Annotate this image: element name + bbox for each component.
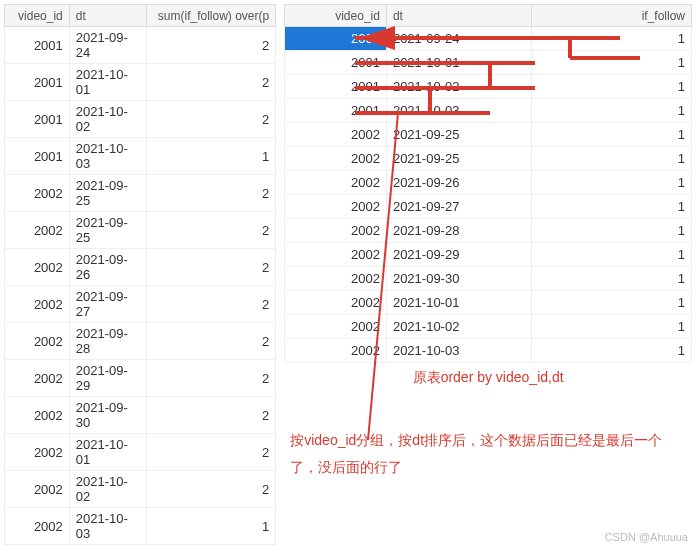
cell-video-id[interactable]: 2002 (5, 175, 70, 212)
table-row[interactable]: 20022021-09-291 (285, 243, 692, 267)
table-row[interactable]: 20012021-10-012 (5, 64, 276, 101)
cell-dt[interactable]: 2021-10-02 (386, 75, 531, 99)
table-row[interactable]: 20022021-09-292 (5, 360, 276, 397)
table-row[interactable]: 20012021-10-021 (285, 75, 692, 99)
cell-val[interactable]: 1 (532, 171, 692, 195)
table-row[interactable]: 20022021-10-021 (285, 315, 692, 339)
cell-val[interactable]: 1 (532, 51, 692, 75)
cell-dt[interactable]: 2021-09-26 (69, 249, 146, 286)
table-row[interactable]: 20022021-09-282 (5, 323, 276, 360)
cell-dt[interactable]: 2021-10-01 (69, 434, 146, 471)
cell-val[interactable]: 2 (147, 323, 276, 360)
cell-video-id[interactable]: 2002 (5, 249, 70, 286)
col-header-dt-r[interactable]: dt (386, 5, 531, 27)
cell-val[interactable]: 1 (532, 75, 692, 99)
cell-video-id[interactable]: 2002 (5, 434, 70, 471)
cell-video-id[interactable]: 2001 (285, 99, 387, 123)
cell-dt[interactable]: 2021-09-24 (69, 27, 146, 64)
cell-val[interactable]: 1 (532, 243, 692, 267)
cell-val[interactable]: 2 (147, 397, 276, 434)
table-row[interactable]: 20022021-09-262 (5, 249, 276, 286)
cell-val[interactable]: 1 (532, 123, 692, 147)
cell-dt[interactable]: 2021-10-02 (69, 101, 146, 138)
table-row[interactable]: 20022021-09-271 (285, 195, 692, 219)
col-header-video-id-r[interactable]: video_id (285, 5, 387, 27)
cell-dt[interactable]: 2021-10-01 (386, 291, 531, 315)
cell-dt[interactable]: 2021-09-24 (386, 27, 531, 51)
cell-video-id[interactable]: 2002 (285, 123, 387, 147)
cell-dt[interactable]: 2021-09-28 (386, 219, 531, 243)
cell-val[interactable]: 2 (147, 249, 276, 286)
cell-dt[interactable]: 2021-10-03 (69, 138, 146, 175)
cell-val[interactable]: 2 (147, 175, 276, 212)
cell-video-id[interactable]: 2002 (285, 195, 387, 219)
cell-dt[interactable]: 2021-10-02 (386, 315, 531, 339)
col-header-video-id[interactable]: video_id (5, 5, 70, 27)
table-row[interactable]: 20012021-10-031 (5, 138, 276, 175)
table-row[interactable]: 20022021-09-252 (5, 212, 276, 249)
cell-dt[interactable]: 2021-09-26 (386, 171, 531, 195)
col-header-dt[interactable]: dt (69, 5, 146, 27)
table-row[interactable]: 20022021-09-251 (285, 147, 692, 171)
cell-dt[interactable]: 2021-10-03 (386, 99, 531, 123)
cell-val[interactable]: 1 (532, 315, 692, 339)
cell-val[interactable]: 1 (532, 267, 692, 291)
cell-video-id[interactable]: 2001 (5, 27, 70, 64)
table-row[interactable]: 20022021-09-301 (285, 267, 692, 291)
table-row[interactable]: 20022021-10-011 (285, 291, 692, 315)
cell-video-id[interactable]: 2002 (5, 508, 70, 545)
cell-video-id[interactable]: 2002 (5, 360, 70, 397)
cell-dt[interactable]: 2021-09-29 (386, 243, 531, 267)
table-row[interactable]: 20012021-10-011 (285, 51, 692, 75)
cell-video-id[interactable]: 2002 (5, 286, 70, 323)
cell-val[interactable]: 1 (532, 219, 692, 243)
cell-dt[interactable]: 2021-09-27 (69, 286, 146, 323)
cell-video-id[interactable]: 2002 (285, 267, 387, 291)
cell-video-id[interactable]: 2001 (285, 75, 387, 99)
cell-dt[interactable]: 2021-09-27 (386, 195, 531, 219)
table-row[interactable]: 20022021-10-031 (285, 339, 692, 363)
table-row[interactable]: 20022021-09-272 (5, 286, 276, 323)
cell-video-id[interactable]: 2002 (5, 212, 70, 249)
cell-dt[interactable]: 2021-10-02 (69, 471, 146, 508)
cell-val[interactable]: 2 (147, 101, 276, 138)
cell-val[interactable]: 1 (532, 27, 692, 51)
cell-video-id[interactable]: 2002 (5, 323, 70, 360)
cell-dt[interactable]: 2021-10-01 (69, 64, 146, 101)
cell-dt[interactable]: 2021-09-29 (69, 360, 146, 397)
cell-dt[interactable]: 2021-10-01 (386, 51, 531, 75)
cell-val[interactable]: 1 (147, 508, 276, 545)
cell-dt[interactable]: 2021-09-25 (69, 212, 146, 249)
table-row[interactable]: 20022021-09-302 (5, 397, 276, 434)
col-header-if-follow[interactable]: if_follow (532, 5, 692, 27)
table-row[interactable]: 20012021-10-022 (5, 101, 276, 138)
cell-val[interactable]: 2 (147, 360, 276, 397)
cell-video-id[interactable]: 2002 (285, 147, 387, 171)
cell-video-id[interactable]: 2002 (5, 397, 70, 434)
cell-dt[interactable]: 2021-09-25 (69, 175, 146, 212)
cell-video-id[interactable]: 2001 (285, 27, 387, 51)
cell-val[interactable]: 1 (532, 291, 692, 315)
cell-video-id[interactable]: 2002 (285, 219, 387, 243)
cell-val[interactable]: 2 (147, 434, 276, 471)
table-row[interactable]: 20012021-09-241 (285, 27, 692, 51)
cell-dt[interactable]: 2021-09-28 (69, 323, 146, 360)
table-row[interactable]: 20012021-09-242 (5, 27, 276, 64)
cell-video-id[interactable]: 2002 (285, 315, 387, 339)
cell-video-id[interactable]: 2002 (285, 339, 387, 363)
table-row[interactable]: 20022021-09-281 (285, 219, 692, 243)
cell-video-id[interactable]: 2001 (5, 138, 70, 175)
col-header-sum[interactable]: sum(if_follow) over(p (147, 5, 276, 27)
cell-dt[interactable]: 2021-09-30 (386, 267, 531, 291)
cell-val[interactable]: 1 (147, 138, 276, 175)
cell-video-id[interactable]: 2001 (285, 51, 387, 75)
table-row[interactable]: 20012021-10-031 (285, 99, 692, 123)
cell-val[interactable]: 2 (147, 471, 276, 508)
table-row[interactable]: 20022021-09-261 (285, 171, 692, 195)
cell-val[interactable]: 1 (532, 339, 692, 363)
cell-video-id[interactable]: 2001 (5, 64, 70, 101)
cell-dt[interactable]: 2021-09-25 (386, 123, 531, 147)
cell-val[interactable]: 2 (147, 27, 276, 64)
cell-dt[interactable]: 2021-09-30 (69, 397, 146, 434)
cell-val[interactable]: 2 (147, 64, 276, 101)
